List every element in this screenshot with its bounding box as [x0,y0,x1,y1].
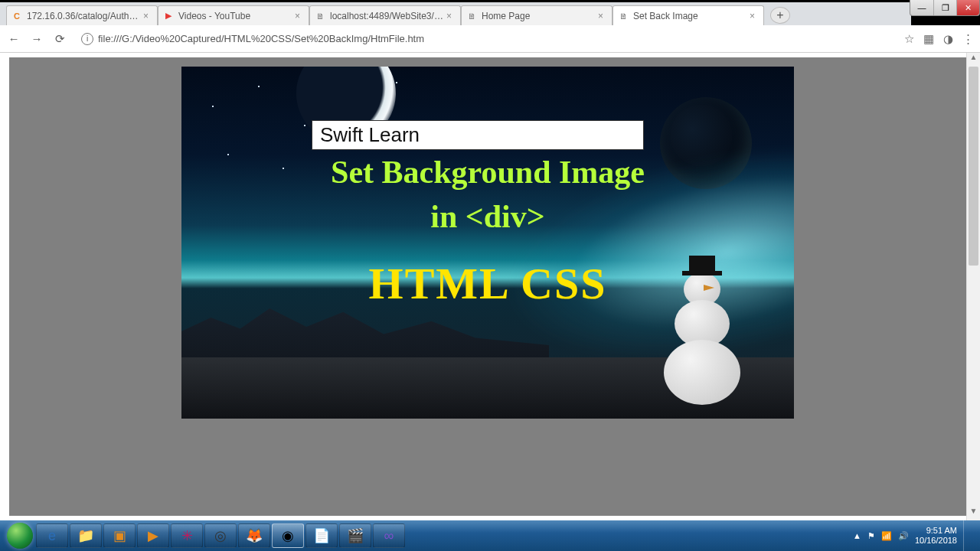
taskbar-app-9[interactable]: 🎬 [339,523,371,548]
tray-action-center-icon[interactable]: ⚑ [867,531,875,541]
clock-date: 10/16/2018 [915,536,957,546]
menu-icon[interactable]: ⋮ [962,32,974,46]
taskbar-app-ie[interactable]: e [36,523,68,548]
clock-time: 9:51 AM [915,526,957,536]
taskbar-app-3[interactable]: ▶ [137,523,169,548]
swift-learn-box: Swift Learn [312,120,644,150]
new-tab-button[interactable]: + [770,7,790,24]
headline-2: in <div> [181,198,794,235]
favicon-c-icon: C [11,11,22,21]
taskbar-app-vs[interactable]: ∞ [373,523,405,548]
system-tray: ▲ ⚑ 📶 🔊 9:51 AM 10/16/2018 [853,520,975,551]
taskbar-app-2[interactable]: ▣ [103,523,136,548]
taskbar-app-5[interactable]: ◎ [204,523,237,548]
headline-1: Set Background Image [181,154,794,191]
windows-taskbar: e 📁 ▣ ▶ ✳ ◎ 🦊 ◉ 📄 🎬 ∞ ▲ ⚑ 📶 🔊 9:51 AM 10… [0,520,980,551]
tab-close-icon[interactable]: × [295,11,304,21]
page-viewport: Swift Learn Set Background Image in <div… [0,53,980,520]
page-body: Swift Learn Set Background Image in <div… [9,57,966,516]
start-button[interactable] [5,520,35,551]
show-desktop-button[interactable] [963,520,971,551]
url-text: file:///G:/Video%20Captured/HTML%20CSS/S… [98,33,424,44]
back-button[interactable]: ← [6,32,21,45]
tab-title: Set Back Image [633,11,746,21]
reload-button[interactable]: ⟳ [52,32,67,46]
tab-2[interactable]: 🗎 localhost:4489/WebSite3/Chart × [309,5,461,25]
forward-button[interactable]: → [29,32,44,45]
taskbar-app-8[interactable]: 📄 [305,523,338,548]
scroll-down-icon[interactable]: ▼ [967,507,980,520]
address-bar[interactable]: i file:///G:/Video%20Captured/HTML%20CSS… [75,31,897,47]
tab-close-icon[interactable]: × [598,11,607,21]
tab-0[interactable]: C 172.16.0.36/catalog/Authorise/I × [6,5,158,25]
window-controls: — ❐ ✕ [910,0,980,16]
maximize-button[interactable]: ❐ [933,0,956,15]
favicon-doc-icon: 🗎 [466,11,477,21]
extension2-icon[interactable]: ◑ [943,32,953,46]
taskbar-app-firefox[interactable]: 🦊 [238,523,270,548]
tab-4-active[interactable]: 🗎 Set Back Image × [612,5,764,25]
site-info-icon[interactable]: i [81,33,93,45]
tab-1[interactable]: ▶ Videos - YouTube × [158,5,309,25]
vertical-scrollbar[interactable]: ▲ ▼ [966,53,980,520]
tray-volume-icon[interactable]: 🔊 [898,531,909,541]
favicon-doc-icon: 🗎 [618,11,629,21]
browser-toolbar: ← → ⟳ i file:///G:/Video%20Captured/HTML… [0,25,980,53]
taskbar-app-explorer[interactable]: 📁 [70,523,102,548]
bookmark-star-icon[interactable]: ☆ [904,32,914,46]
extension-icon[interactable]: ▦ [923,32,934,46]
taskbar-app-chrome[interactable]: ◉ [272,523,304,548]
scroll-up-icon[interactable]: ▲ [967,53,980,67]
tab-title: 172.16.0.36/catalog/Authorise/I [27,11,140,21]
scroll-thumb[interactable] [969,67,978,266]
tab-close-icon[interactable]: × [143,11,152,21]
tab-close-icon[interactable]: × [446,11,456,21]
tab-close-icon[interactable]: × [750,11,759,21]
browser-tabstrip: C 172.16.0.36/catalog/Authorise/I × ▶ Vi… [0,2,911,25]
close-button[interactable]: ✕ [956,0,979,15]
taskbar-clock[interactable]: 9:51 AM 10/16/2018 [915,526,957,546]
taskbar-app-4[interactable]: ✳ [171,523,203,548]
tab-title: localhost:4489/WebSite3/Chart [330,11,443,21]
tab-title: Videos - YouTube [178,11,292,21]
background-div: Swift Learn Set Background Image in <div… [181,67,794,419]
tab-title: Home Page [482,11,595,21]
tab-3[interactable]: 🗎 Home Page × [461,5,612,25]
minimize-button[interactable]: — [910,0,933,15]
favicon-doc-icon: 🗎 [315,11,325,21]
tray-overflow-icon[interactable]: ▲ [853,531,861,540]
headline-3: HTML CSS [181,258,794,309]
tray-network-icon[interactable]: 📶 [881,531,892,541]
toolbar-right: ☆ ▦ ◑ ⋮ [904,32,974,46]
start-orb-icon [7,523,33,549]
favicon-youtube-icon: ▶ [163,11,174,21]
